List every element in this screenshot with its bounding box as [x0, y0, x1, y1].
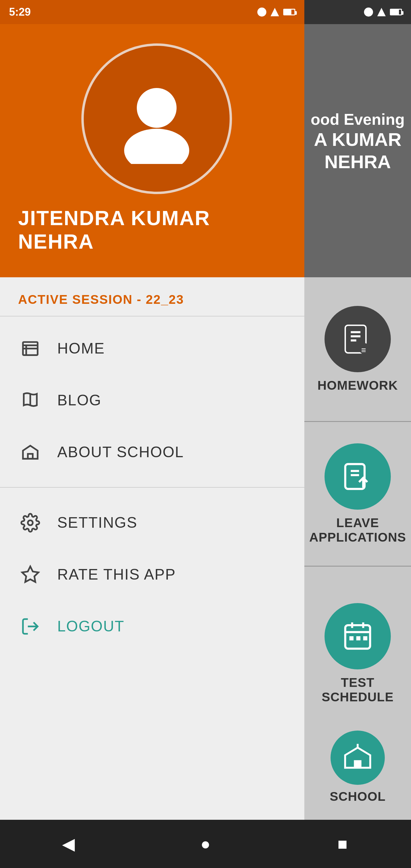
logout-label: LOGOUT [57, 618, 124, 635]
greeting-name: A KUMARNEHRA [314, 128, 401, 173]
home-nav-icon: ● [200, 834, 210, 854]
about-school-label: ABOUT SCHOOL [57, 443, 184, 461]
svg-rect-15 [356, 636, 360, 641]
wifi-icon [257, 7, 266, 17]
svg-text:≡: ≡ [361, 345, 366, 354]
signal-status-icon [377, 8, 386, 16]
right-item-leave[interactable]: LEAVEAPPLICATIONS [304, 422, 411, 567]
settings-label: SETTINGS [57, 514, 137, 531]
test-schedule-icon [341, 620, 374, 653]
blog-icon [18, 388, 42, 412]
logout-icon [18, 614, 42, 638]
leave-label: LEAVEAPPLICATIONS [309, 516, 406, 545]
battery-status-icon [390, 9, 402, 16]
bottom-nav: ◀ ● ■ [0, 820, 411, 868]
home-nav-button[interactable]: ● [190, 829, 221, 859]
status-icons [257, 7, 295, 17]
test-schedule-label: TEST SCHEDULE [304, 675, 411, 704]
test-schedule-icon-circle [324, 603, 391, 670]
right-panel-header: ood Evening A KUMARNEHRA [304, 0, 411, 277]
svg-marker-27 [22, 566, 38, 582]
battery-icon [283, 9, 295, 16]
status-bar-left: 5:29 [0, 0, 304, 24]
circle-status-icon [364, 7, 373, 17]
sidebar-item-settings[interactable]: SETTINGS [0, 497, 304, 549]
user-name: JITENDRA KUMAR NEHRA [18, 206, 286, 253]
back-icon: ◀ [62, 834, 75, 854]
svg-rect-14 [350, 636, 354, 641]
sidebar-header: JITENDRA KUMAR NEHRA [0, 0, 304, 277]
menu-items: HOME BLOG ABOUT SCHOOL [0, 316, 304, 484]
greeting-text: ood Evening [311, 110, 405, 128]
status-bar-right [304, 0, 411, 24]
homework-label: HOMEWORK [318, 378, 398, 393]
sidebar-item-rate-app[interactable]: RATE THIS APP [0, 549, 304, 600]
svg-point-18 [137, 88, 177, 128]
svg-rect-6 [345, 464, 365, 489]
menu-items-bottom: SETTINGS RATE THIS APP LOGOUT [0, 491, 304, 658]
about-school-icon [18, 440, 42, 464]
recents-button[interactable]: ■ [327, 829, 358, 859]
recents-icon: ■ [338, 834, 347, 854]
home-icon [18, 336, 42, 361]
svg-point-19 [124, 129, 189, 164]
star-icon [18, 562, 42, 587]
avatar-icon [112, 73, 202, 164]
homework-icon: ≡ [341, 322, 374, 355]
school-icon-circle [330, 731, 385, 785]
status-time: 5:29 [9, 6, 31, 19]
svg-point-26 [28, 520, 33, 525]
sidebar-item-logout[interactable]: LOGOUT [0, 600, 304, 652]
right-item-school[interactable]: SCHOOL [304, 714, 411, 820]
blog-label: BLOG [57, 392, 101, 409]
school-building-icon [343, 743, 373, 773]
right-item-homework[interactable]: ≡ HOMEWORK [304, 277, 411, 422]
leave-icon-circle [324, 443, 391, 510]
home-label: HOME [57, 340, 105, 357]
svg-rect-25 [28, 454, 33, 458]
settings-icon [18, 510, 42, 535]
sidebar-item-about-school[interactable]: ABOUT SCHOOL [0, 426, 304, 478]
homework-icon-circle: ≡ [324, 306, 391, 372]
sidebar-item-blog[interactable]: BLOG [0, 374, 304, 426]
svg-rect-17 [354, 760, 361, 768]
svg-rect-16 [363, 636, 367, 641]
school-label: SCHOOL [330, 789, 386, 804]
sidebar-item-home[interactable]: HOME [0, 322, 304, 374]
back-button[interactable]: ◀ [53, 829, 84, 859]
session-label: ACTIVE SESSION - 22_23 [0, 277, 304, 316]
signal-icon [271, 8, 279, 16]
menu-divider [0, 487, 304, 488]
avatar [81, 43, 232, 194]
status-icons-right [364, 7, 402, 17]
rate-app-label: RATE THIS APP [57, 566, 176, 583]
leave-icon [341, 460, 374, 493]
right-panel: ood Evening A KUMARNEHRA ≡ HOMEWORK [304, 0, 411, 868]
sidebar: JITENDRA KUMAR NEHRA ACTIVE SESSION - 22… [0, 0, 304, 868]
